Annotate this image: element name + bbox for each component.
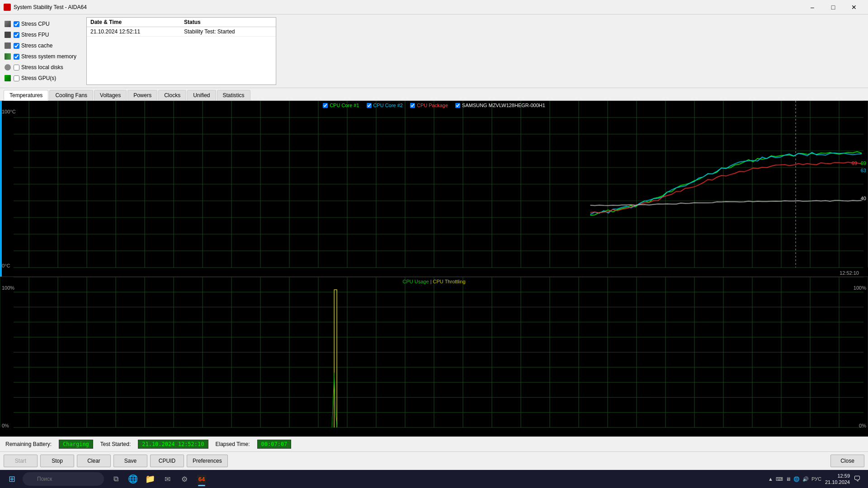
usage-chart-canvas	[0, 277, 868, 436]
edge-icon: 🌐	[128, 474, 138, 484]
search-input[interactable]	[23, 472, 104, 486]
disk-icon	[4, 63, 12, 71]
stress-disk-checkbox[interactable]	[14, 65, 19, 70]
start-menu-button[interactable]: ⊞	[4, 471, 20, 487]
network-icon: 🖥	[786, 476, 791, 482]
show-hidden-icon[interactable]: ▲	[768, 476, 773, 482]
stress-cpu-item: Stress CPU	[4, 19, 83, 29]
legend-core1-checkbox[interactable]	[323, 103, 328, 108]
temp-chart-y-max: 100°C	[2, 109, 16, 114]
window-controls: – □ ✕	[802, 0, 864, 14]
close-window-button[interactable]: ✕	[844, 0, 864, 14]
stress-cache-checkbox[interactable]	[14, 43, 19, 49]
minimize-button[interactable]: –	[802, 0, 823, 14]
taskbar-clock[interactable]: 12:59 21.10.2024	[825, 473, 850, 486]
legend-package: CPU Package	[410, 103, 448, 108]
cpu-usage-label: CPU Usage	[403, 279, 429, 284]
usage-chart-y-max-right: 100%	[854, 285, 866, 291]
chart-active-indicator	[0, 101, 2, 277]
cpu-icon	[4, 20, 12, 28]
stress-fpu-checkbox[interactable]	[14, 32, 19, 38]
charts-area: CPU Core #1 CPU Core #2 CPU Package SAMS…	[0, 101, 868, 436]
stress-fpu-item: Stress FPU	[4, 30, 83, 40]
stress-cpu-checkbox[interactable]	[14, 21, 19, 27]
temp-core1-value: 69	[861, 160, 866, 166]
legend-core1-label: CPU Core #1	[330, 103, 359, 108]
temp-chart-timestamp: 12:52:10	[840, 270, 859, 276]
cpuid-button[interactable]: CPUID	[150, 455, 184, 467]
taskbar-settings[interactable]: ⚙	[176, 471, 193, 487]
battery-value: Charging	[59, 440, 93, 449]
stress-memory-checkbox[interactable]	[14, 54, 19, 60]
taskbar-right: ▲ ⌨ 🖥 🌐 🔊 РУС 12:59 21.10.2024 🗨	[768, 473, 864, 486]
legend-core1: CPU Core #1	[323, 103, 359, 108]
status-col-datetime: Date & Time	[87, 18, 180, 27]
start-button[interactable]: Start	[4, 455, 38, 467]
tab-voltages[interactable]: Voltages	[94, 90, 127, 100]
search-container: 🔍	[23, 472, 104, 486]
legend-core2-checkbox[interactable]	[367, 103, 372, 108]
clock-date: 21.10.2024	[825, 479, 850, 485]
notification-icon[interactable]: 🗨	[854, 475, 861, 483]
stress-cache-item: Stress cache	[4, 41, 83, 51]
stress-gpu-label[interactable]: Stress GPU(s)	[21, 75, 56, 81]
tab-statistics[interactable]: Statistics	[217, 90, 250, 100]
status-col-status: Status	[180, 18, 276, 27]
legend-core2-label: CPU Core #2	[373, 103, 403, 108]
app-icon	[4, 4, 11, 11]
taskbar-edge[interactable]: 🌐	[125, 471, 141, 487]
title-bar: System Stability Test - AIDA64 – □ ✕	[0, 0, 868, 14]
preferences-button[interactable]: Preferences	[187, 455, 228, 467]
stress-disk-label[interactable]: Stress local disks	[21, 64, 63, 70]
status-row: 21.10.2024 12:52:11 Stability Test: Star…	[87, 27, 276, 37]
taskbar-apps: ⧉ 🌐 📁 ✉ ⚙ 64	[108, 471, 210, 487]
cpu-usage-chart: CPU Usage | CPU Throttling 100% 0% 100% …	[0, 277, 868, 436]
stress-memory-label[interactable]: Stress system memory	[21, 53, 76, 60]
stress-fpu-label[interactable]: Stress FPU	[21, 32, 49, 38]
temp-chart-y-min: 0°C	[2, 263, 10, 268]
fpu-icon	[4, 31, 12, 39]
tab-temperatures[interactable]: Temperatures	[4, 90, 48, 101]
stress-memory-item: Stress system memory	[4, 52, 83, 61]
gpu-icon	[4, 74, 12, 82]
stress-cache-label[interactable]: Stress cache	[21, 42, 52, 49]
tab-unified[interactable]: Unified	[187, 90, 216, 100]
globe-icon: 🌐	[793, 476, 800, 482]
volume-icon: 🔊	[802, 476, 809, 482]
tab-cooling-fans[interactable]: Cooling Fans	[49, 90, 93, 100]
aida64-icon: 64	[197, 475, 206, 483]
info-bar: Remaining Battery: Charging Test Started…	[0, 436, 868, 451]
status-datetime: 21.10.2024 12:52:11	[87, 27, 180, 37]
save-button[interactable]: Save	[113, 455, 147, 467]
taskbar: ⊞ 🔍 ⧉ 🌐 📁 ✉ ⚙ 64 ▲ ⌨ 🖥 🌐 🔊	[0, 470, 868, 488]
cpu-chart-title: CPU Usage | CPU Throttling	[0, 279, 868, 284]
tab-powers[interactable]: Powers	[127, 90, 157, 100]
settings-icon: ⚙	[181, 475, 188, 483]
explorer-icon: 📁	[145, 474, 155, 484]
taskbar-explorer[interactable]: 📁	[142, 471, 158, 487]
temp-chart-canvas	[0, 101, 868, 277]
top-panel: Stress CPU Stress FPU Stress cache Stres…	[0, 14, 868, 88]
language-indicator[interactable]: РУС	[811, 476, 821, 482]
taskbar-taskview[interactable]: ⧉	[108, 471, 124, 487]
taskbar-aida64[interactable]: 64	[193, 471, 210, 487]
taskbar-mail[interactable]: ✉	[159, 471, 175, 487]
stop-button[interactable]: Stop	[40, 455, 74, 467]
temperature-chart: CPU Core #1 CPU Core #2 CPU Package SAMS…	[0, 101, 868, 277]
legend-package-checkbox[interactable]	[410, 103, 415, 108]
maximize-button[interactable]: □	[823, 0, 844, 14]
elapsed-label: Elapsed Time:	[216, 441, 250, 447]
legend-ssd-checkbox[interactable]	[455, 103, 460, 108]
stress-cpu-label[interactable]: Stress CPU	[21, 21, 50, 27]
legend-ssd-label: SAMSUNG MZVLW128HEGR-000H1	[462, 103, 545, 108]
temp-ssd-value: 40	[861, 196, 866, 201]
elapsed-value: 00:07:07	[257, 440, 292, 449]
tab-clocks[interactable]: Clocks	[158, 90, 186, 100]
clear-button[interactable]: Clear	[77, 455, 111, 467]
tabs-bar: Temperatures Cooling Fans Voltages Power…	[0, 88, 868, 101]
battery-label: Remaining Battery:	[5, 441, 52, 447]
system-tray: ▲ ⌨ 🖥 🌐 🔊 РУС	[768, 476, 821, 482]
stress-gpu-checkbox[interactable]	[14, 75, 19, 81]
close-app-button[interactable]: Close	[830, 455, 864, 467]
keyboard-icon: ⌨	[776, 476, 783, 482]
